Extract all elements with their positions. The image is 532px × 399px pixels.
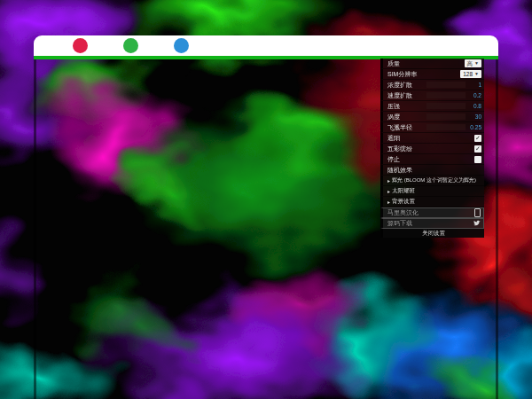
curl-label: 涡度 — [387, 113, 426, 121]
density-diffusion-value[interactable]: 1 — [466, 82, 481, 88]
velocity-diffusion-slider[interactable] — [426, 92, 466, 98]
splat-radius-value[interactable]: 0.25 — [466, 124, 481, 130]
density-diffusion-slider-row: 浓度扩散 1 — [380, 80, 484, 90]
minimize-window-dot[interactable] — [123, 38, 138, 53]
colorful-label: 五彩缤纷 — [387, 145, 474, 153]
velocity-diffusion-value[interactable]: 0.2 — [466, 92, 481, 98]
phone-icon — [474, 208, 481, 217]
pressure-value[interactable]: 0.8 — [466, 103, 481, 109]
shading-checkbox[interactable]: ✓ — [474, 135, 481, 142]
sim-resolution-label: SIM分辨率 — [387, 70, 460, 79]
sim-resolution-select-row[interactable]: SIM分辨率 128 ▼ — [380, 69, 484, 80]
splat-radius-slider[interactable] — [426, 124, 466, 130]
browser-titlebar[interactable] — [34, 35, 498, 56]
zoom-window-dot[interactable] — [174, 38, 189, 53]
colorful-checkbox-row: 五彩缤纷 ✓ — [380, 144, 484, 154]
localization-link[interactable]: 马里奥汉化 — [380, 207, 484, 218]
shading-label: 遮阳 — [387, 134, 474, 143]
paused-checkbox-row: 停止 — [380, 154, 484, 165]
app-screenshot: 质量 高 ▼ SIM分辨率 128 ▼ 浓度扩散 1 速度扩散 0. — [0, 0, 532, 399]
folder-arrow-icon: ▸ — [387, 177, 390, 184]
twitter-icon — [473, 220, 481, 227]
colorful-checkbox[interactable]: ✓ — [474, 145, 481, 153]
velocity-diffusion-label: 速度扩散 — [387, 91, 426, 100]
shading-checkbox-row: 遮阳 ✓ — [380, 133, 484, 144]
splat-radius-label: 飞溅半径 — [387, 123, 426, 132]
random-splats-button[interactable]: 随机效果 — [380, 165, 484, 176]
source-download-link[interactable]: 源码下载 — [380, 218, 484, 229]
traffic-lights — [73, 38, 189, 53]
paused-label: 停止 — [387, 155, 474, 164]
curl-slider-row: 涡度 30 — [380, 112, 484, 122]
density-diffusion-label: 浓度扩散 — [387, 81, 426, 90]
close-settings-button[interactable]: 关闭设置 — [380, 229, 484, 238]
velocity-diffusion-slider-row: 速度扩散 0.2 — [380, 90, 484, 101]
folder-arrow-icon: ▸ — [387, 188, 390, 194]
curl-value[interactable]: 30 — [466, 113, 481, 120]
quality-select-row[interactable]: 质量 高 ▼ — [380, 59, 484, 69]
sunrays-folder[interactable]: ▸ 太阳耀斑 — [380, 186, 484, 197]
quality-select[interactable]: 高 ▼ — [465, 59, 481, 67]
splat-radius-slider-row: 飞溅半径 0.25 — [380, 122, 484, 133]
pressure-slider[interactable] — [426, 103, 466, 109]
close-window-dot[interactable] — [73, 38, 88, 53]
background-settings-folder[interactable]: ▸ 背景设置 — [380, 197, 484, 207]
curl-slider[interactable] — [426, 113, 466, 120]
pressure-slider-row: 压强 0.8 — [380, 101, 484, 112]
quality-label: 质量 — [387, 59, 465, 68]
folder-arrow-icon: ▸ — [387, 199, 390, 205]
sim-resolution-select[interactable]: 128 ▼ — [460, 70, 481, 78]
chevron-down-icon: ▼ — [474, 59, 479, 67]
bloom-folder[interactable]: ▸ 辉光 (BLOOM 这个词暂定义为辉光) — [380, 176, 484, 186]
density-diffusion-slider[interactable] — [426, 82, 466, 88]
paused-checkbox[interactable] — [474, 156, 481, 163]
chevron-down-icon: ▼ — [474, 70, 479, 78]
pressure-label: 压强 — [387, 102, 426, 111]
settings-panel: 质量 高 ▼ SIM分辨率 128 ▼ 浓度扩散 1 速度扩散 0. — [380, 59, 484, 238]
